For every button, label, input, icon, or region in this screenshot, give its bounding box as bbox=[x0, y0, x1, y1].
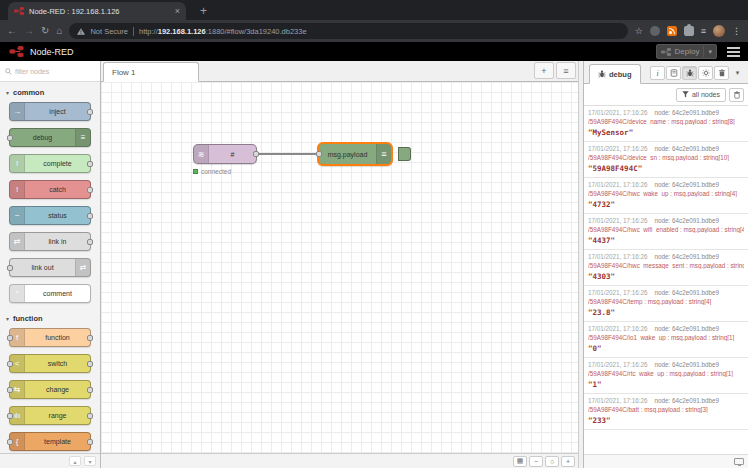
palette-node-label: comment bbox=[25, 285, 90, 302]
message-topic: /59A98F494C/io1_wake_up : msg.payload : … bbox=[588, 334, 744, 341]
zoom-out-button[interactable]: − bbox=[529, 456, 543, 467]
chevron-down-icon: ▾ bbox=[6, 315, 9, 322]
tab-close-icon[interactable]: × bbox=[175, 7, 180, 16]
canvas-footer: ▦ − ○ + bbox=[101, 453, 578, 468]
extensions-puzzle-icon[interactable] bbox=[684, 26, 694, 36]
palette-node-function[interactable]: f function bbox=[9, 328, 91, 347]
profile-avatar[interactable] bbox=[713, 25, 725, 37]
deploy-button[interactable]: Deploy ▾ bbox=[656, 44, 717, 59]
palette-collapse-icon[interactable]: ▴ bbox=[69, 456, 81, 466]
category-header[interactable]: ▾ function bbox=[0, 310, 100, 328]
palette-node-debug[interactable]: ≡ debug bbox=[9, 128, 91, 147]
node-red-logo bbox=[8, 46, 25, 57]
message-node-id: node: 64c2e091.bdbe9 bbox=[655, 397, 719, 404]
palette-node-link-out[interactable]: ⇄ link out bbox=[9, 258, 91, 277]
message-payload: "0" bbox=[588, 344, 744, 353]
flow-canvas[interactable]: ≋ # connected ≡ msg.payload bbox=[101, 82, 578, 453]
deploy-icon bbox=[661, 48, 671, 56]
palette-node-label: complete bbox=[25, 155, 90, 172]
debug-message[interactable]: 17/01/2021, 17:16:26 node: 64c2e091.bdbe… bbox=[584, 394, 748, 430]
info-icon[interactable]: i bbox=[650, 66, 665, 80]
debug-message[interactable]: 17/01/2021, 17:16:26 node: 64c2e091.bdbe… bbox=[584, 322, 748, 358]
config-gear-icon[interactable] bbox=[698, 66, 713, 80]
node-palette: ▾ common → inject ≡ debug ! complete ! c… bbox=[0, 61, 101, 468]
debug-message[interactable]: 17/01/2021, 17:16:26 node: 64c2e091.bdbe… bbox=[584, 106, 748, 142]
home-icon[interactable]: ⌂ bbox=[56, 26, 62, 36]
help-book-icon[interactable] bbox=[666, 66, 681, 80]
tab-debug[interactable]: debug bbox=[589, 64, 641, 84]
palette-node-comment[interactable]: ” comment bbox=[9, 284, 91, 303]
palette-node-label: range bbox=[25, 407, 90, 424]
message-node-id: node: 64c2e091.bdbe9 bbox=[655, 253, 719, 260]
new-tab-button[interactable]: + bbox=[196, 4, 211, 20]
message-payload: "23.8" bbox=[588, 308, 744, 317]
message-timestamp: 17/01/2021, 17:16:26 bbox=[588, 325, 648, 332]
workspace: Flow 1 + ≡ ≋ # connected ≡ msg.payload bbox=[101, 61, 578, 468]
clear-messages-trash-icon[interactable] bbox=[729, 88, 744, 102]
palette-node-complete[interactable]: ! complete bbox=[9, 154, 91, 173]
wire[interactable] bbox=[257, 153, 317, 155]
palette-node-template[interactable]: { template bbox=[9, 432, 91, 451]
palette-node-link-in[interactable]: ⇄ link in bbox=[9, 232, 91, 251]
palette-node-change[interactable]: ⇆ change bbox=[9, 380, 91, 399]
not-secure-label[interactable]: Not Secure bbox=[90, 27, 128, 36]
extension-icon[interactable] bbox=[650, 26, 660, 36]
category-header[interactable]: ▾ common bbox=[0, 84, 100, 102]
debug-message[interactable]: 17/01/2021, 17:16:26 node: 64c2e091.bdbe… bbox=[584, 142, 748, 178]
filter-nodes-input[interactable] bbox=[15, 68, 85, 75]
debug-message[interactable]: 17/01/2021, 17:16:26 node: 64c2e091.bdbe… bbox=[584, 178, 748, 214]
palette-node-label: switch bbox=[25, 355, 90, 372]
browser-tab[interactable]: Node-RED : 192.168.1.126 × bbox=[8, 2, 186, 20]
debug-message[interactable]: 17/01/2021, 17:16:26 node: 64c2e091.bdbe… bbox=[584, 286, 748, 322]
flow-list-icon[interactable]: ≡ bbox=[556, 62, 576, 79]
output-port bbox=[87, 187, 93, 193]
address-bar[interactable]: Not Secure http://192.168.1.126:1880/#fl… bbox=[69, 23, 627, 39]
back-icon[interactable]: ← bbox=[7, 26, 17, 36]
debug-message[interactable]: 17/01/2021, 17:16:26 node: 64c2e091.bdbe… bbox=[584, 358, 748, 394]
debug-filter-button[interactable]: all nodes bbox=[676, 88, 726, 102]
debug-footer bbox=[584, 454, 748, 468]
nodered-brand: Node-RED bbox=[8, 46, 74, 57]
bookmark-star-icon[interactable]: ☆ bbox=[635, 27, 643, 36]
debug-enable-toggle[interactable] bbox=[398, 147, 411, 161]
sidebar-caret-icon[interactable]: ▾ bbox=[730, 66, 745, 80]
palette-node-inject[interactable]: → inject bbox=[9, 102, 91, 121]
message-timestamp: 17/01/2021, 17:16:26 bbox=[588, 361, 648, 368]
debug-sidebar: debug i ▾ all bbox=[584, 61, 748, 468]
status-icon: ~ bbox=[10, 207, 25, 224]
mqtt-in-node[interactable]: ≋ # bbox=[193, 144, 257, 164]
rss-extension-icon[interactable] bbox=[667, 26, 677, 36]
zoom-in-button[interactable]: + bbox=[561, 456, 575, 467]
debug-messages-icon[interactable] bbox=[682, 66, 697, 80]
debug-node-selected[interactable]: ≡ msg.payload bbox=[317, 142, 393, 166]
palette-node-label: status bbox=[25, 207, 90, 224]
add-flow-button[interactable]: + bbox=[534, 62, 554, 79]
tab-flow-1[interactable]: Flow 1 bbox=[103, 62, 199, 82]
category-label: common bbox=[13, 88, 44, 97]
palette-node-switch[interactable]: < switch bbox=[9, 354, 91, 373]
browser-toolbar: ← → ↻ ⌂ Not Secure http://192.168.1.126:… bbox=[0, 20, 748, 42]
browser-menu-icon[interactable]: ⋮ bbox=[732, 27, 741, 36]
context-trash-icon[interactable] bbox=[714, 66, 729, 80]
forward-icon[interactable]: → bbox=[24, 26, 34, 36]
input-port bbox=[7, 135, 13, 141]
message-payload: "59A98F494C" bbox=[588, 164, 744, 173]
palette-node-range[interactable]: ılı range bbox=[9, 406, 91, 425]
palette-filter bbox=[0, 61, 100, 82]
reading-list-icon[interactable]: ≡ bbox=[701, 27, 706, 36]
message-timestamp: 17/01/2021, 17:16:26 bbox=[588, 217, 648, 224]
palette-node-label: catch bbox=[25, 181, 90, 198]
open-window-icon[interactable] bbox=[734, 458, 744, 465]
palette-node-catch[interactable]: ! catch bbox=[9, 180, 91, 199]
palette-expand-icon[interactable]: ▾ bbox=[84, 456, 96, 466]
navigator-icon[interactable]: ▦ bbox=[513, 456, 527, 467]
debug-message[interactable]: 17/01/2021, 17:16:26 node: 64c2e091.bdbe… bbox=[584, 250, 748, 286]
zoom-reset-button[interactable]: ○ bbox=[545, 456, 559, 467]
debug-message[interactable]: 17/01/2021, 17:16:26 node: 64c2e091.bdbe… bbox=[584, 214, 748, 250]
message-topic: /59A98F494C/hwc_message_sent : msg.paylo… bbox=[588, 262, 744, 269]
main-menu-icon[interactable] bbox=[727, 47, 740, 57]
palette-node-status[interactable]: ~ status bbox=[9, 206, 91, 225]
reload-icon[interactable]: ↻ bbox=[41, 26, 49, 36]
deploy-caret-icon[interactable]: ▾ bbox=[708, 48, 712, 56]
message-node-id: node: 64c2e091.bdbe9 bbox=[655, 361, 719, 368]
